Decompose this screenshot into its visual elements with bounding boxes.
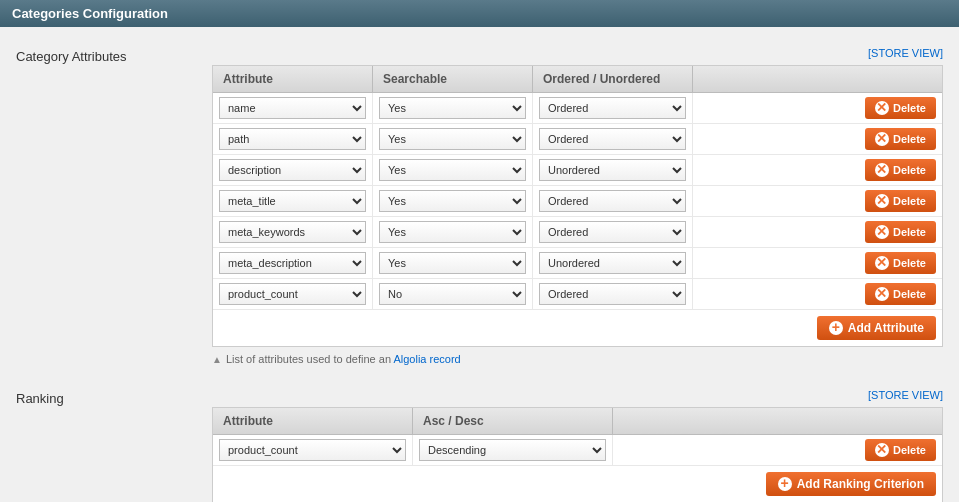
attr-cell-order-4: OrderedUnordered [533, 217, 693, 247]
delete-x-icon: ✕ [875, 101, 889, 115]
plus-icon: + [829, 321, 843, 335]
attr-cell-attribute-1: path [213, 124, 373, 154]
table-row: meta_keywordsYesNoOrderedUnordered✕Delet… [213, 217, 942, 248]
attr-cell-attribute-6: product_count [213, 279, 373, 309]
ranking-cell-attribute-0: product_count [213, 435, 413, 465]
table-row: meta_descriptionYesNoOrderedUnordered✕De… [213, 248, 942, 279]
add-attribute-button[interactable]: + Add Attribute [817, 316, 936, 340]
attr-cell-attribute-0: name [213, 93, 373, 123]
attr-order-select-5[interactable]: OrderedUnordered [539, 252, 686, 274]
add-ranking-label: Add Ranking Criterion [797, 477, 924, 491]
ranking-direction-select-0[interactable]: AscendingDescending [419, 439, 606, 461]
attr-select-3[interactable]: meta_title [219, 190, 366, 212]
attr-searchable-select-0[interactable]: YesNo [379, 97, 526, 119]
attr-order-select-6[interactable]: OrderedUnordered [539, 283, 686, 305]
delete-x-icon: ✕ [875, 287, 889, 301]
attr-delete-button-1[interactable]: ✕Delete [865, 128, 936, 150]
attr-order-select-0[interactable]: OrderedUnordered [539, 97, 686, 119]
attr-delete-button-5[interactable]: ✕Delete [865, 252, 936, 274]
add-ranking-button[interactable]: + Add Ranking Criterion [766, 472, 936, 496]
attr-select-6[interactable]: product_count [219, 283, 366, 305]
ranking-table-row: product_countAscendingDescending✕Delete [213, 435, 942, 465]
ranking-header-attribute: Attribute [213, 408, 413, 434]
attr-cell-order-5: OrderedUnordered [533, 248, 693, 278]
attr-header-attribute: Attribute [213, 66, 373, 92]
attr-cell-attribute-2: description [213, 155, 373, 185]
attr-order-select-4[interactable]: OrderedUnordered [539, 221, 686, 243]
delete-x-icon: ✕ [875, 225, 889, 239]
algolia-record-link[interactable]: Algolia record [393, 353, 460, 365]
ranking-table-header: Attribute Asc / Desc [213, 408, 942, 435]
attr-cell-order-6: OrderedUnordered [533, 279, 693, 309]
store-view-label-attributes: [STORE VIEW] [868, 43, 943, 63]
attr-cell-delete-1: ✕Delete [693, 124, 942, 154]
attr-delete-button-4[interactable]: ✕Delete [865, 221, 936, 243]
attr-cell-searchable-5: YesNo [373, 248, 533, 278]
attr-searchable-select-1[interactable]: YesNo [379, 128, 526, 150]
attr-cell-searchable-3: YesNo [373, 186, 533, 216]
attr-order-select-2[interactable]: OrderedUnordered [539, 159, 686, 181]
attr-select-4[interactable]: meta_keywords [219, 221, 366, 243]
attr-delete-button-3[interactable]: ✕Delete [865, 190, 936, 212]
attr-cell-delete-4: ✕Delete [693, 217, 942, 247]
attr-searchable-select-3[interactable]: YesNo [379, 190, 526, 212]
category-attributes-content: [STORE VIEW] Attribute Searchable Ordere… [212, 43, 943, 365]
attr-cell-order-2: OrderedUnordered [533, 155, 693, 185]
attributes-table-header: Attribute Searchable Ordered / Unordered [213, 66, 942, 93]
delete-x-icon: ✕ [875, 132, 889, 146]
ranking-header-asc-desc: Asc / Desc [413, 408, 613, 434]
attr-cell-delete-3: ✕Delete [693, 186, 942, 216]
delete-x-icon: ✕ [875, 194, 889, 208]
attr-searchable-select-4[interactable]: YesNo [379, 221, 526, 243]
table-row: product_countYesNoOrderedUnordered✕Delet… [213, 279, 942, 309]
attributes-info-text: List of attributes used to define an Alg… [226, 353, 461, 365]
table-row: pathYesNoOrderedUnordered✕Delete [213, 124, 942, 155]
category-attributes-section: Category Attributes [STORE VIEW] Attribu… [16, 43, 943, 365]
attr-select-2[interactable]: description [219, 159, 366, 181]
store-view-label-ranking: [STORE VIEW] [868, 385, 943, 405]
attr-cell-searchable-6: YesNo [373, 279, 533, 309]
attr-header-actions [693, 66, 942, 92]
attr-select-5[interactable]: meta_description [219, 252, 366, 274]
attr-delete-button-2[interactable]: ✕Delete [865, 159, 936, 181]
attr-select-0[interactable]: name [219, 97, 366, 119]
attr-cell-delete-5: ✕Delete [693, 248, 942, 278]
attr-header-ordered: Ordered / Unordered [533, 66, 693, 92]
ranking-attr-select-0[interactable]: product_count [219, 439, 406, 461]
attr-select-1[interactable]: path [219, 128, 366, 150]
ranking-table: Attribute Asc / Desc product_countAscend… [212, 407, 943, 502]
table-row: descriptionYesNoOrderedUnordered✕Delete [213, 155, 942, 186]
table-row: nameYesNoOrderedUnordered✕Delete [213, 93, 942, 124]
ranking-content: [STORE VIEW] Attribute Asc / Desc produc… [212, 385, 943, 502]
attr-searchable-select-6[interactable]: YesNo [379, 283, 526, 305]
attr-order-select-1[interactable]: OrderedUnordered [539, 128, 686, 150]
plus-icon-ranking: + [778, 477, 792, 491]
attr-cell-delete-6: ✕Delete [693, 279, 942, 309]
attr-cell-order-0: OrderedUnordered [533, 93, 693, 123]
page-header: Categories Configuration [0, 0, 959, 27]
attr-searchable-select-2[interactable]: YesNo [379, 159, 526, 181]
ranking-rows: product_countAscendingDescending✕Delete [213, 435, 942, 465]
delete-x-icon: ✕ [875, 163, 889, 177]
ranking-label: Ranking [16, 385, 196, 502]
add-attribute-row: + Add Attribute [213, 309, 942, 346]
attr-cell-attribute-3: meta_title [213, 186, 373, 216]
table-row: meta_titleYesNoOrderedUnordered✕Delete [213, 186, 942, 217]
attr-searchable-select-5[interactable]: YesNo [379, 252, 526, 274]
attr-cell-delete-2: ✕Delete [693, 155, 942, 185]
ranking-header-actions [613, 408, 942, 434]
attr-cell-searchable-2: YesNo [373, 155, 533, 185]
add-attribute-label: Add Attribute [848, 321, 924, 335]
attributes-rows: nameYesNoOrderedUnordered✕DeletepathYesN… [213, 93, 942, 309]
ranking-delete-button-0[interactable]: ✕Delete [865, 439, 936, 461]
add-ranking-row: + Add Ranking Criterion [213, 465, 942, 502]
attr-order-select-3[interactable]: OrderedUnordered [539, 190, 686, 212]
page-title: Categories Configuration [12, 6, 168, 21]
attr-cell-order-3: OrderedUnordered [533, 186, 693, 216]
attr-cell-order-1: OrderedUnordered [533, 124, 693, 154]
attr-delete-button-6[interactable]: ✕Delete [865, 283, 936, 305]
attr-delete-button-0[interactable]: ✕Delete [865, 97, 936, 119]
attributes-info: ▲ List of attributes used to define an A… [212, 353, 943, 365]
delete-x-icon: ✕ [875, 256, 889, 270]
attr-cell-delete-0: ✕Delete [693, 93, 942, 123]
